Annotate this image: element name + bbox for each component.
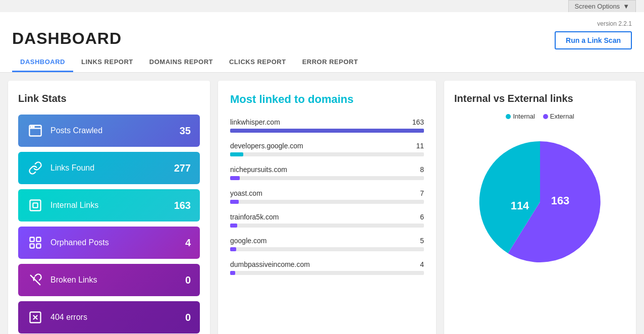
tab-clicks-report[interactable]: CLICKS REPORT xyxy=(221,54,294,72)
domain-name: trainfora5k.com xyxy=(230,213,279,221)
domain-bar-bg xyxy=(230,152,424,156)
stat-label-links-found: Links Found xyxy=(50,163,94,173)
stat-label-orphaned-posts: Orphaned Posts xyxy=(50,238,109,247)
stat-value-internal-links: 163 xyxy=(174,200,191,211)
domain-name: dumbpassiveincome.com xyxy=(230,260,310,268)
domain-name: google.com xyxy=(230,237,266,245)
svg-point-2 xyxy=(31,126,32,127)
stat-value-orphaned-posts: 4 xyxy=(185,237,191,249)
domain-row: yoast.com 7 xyxy=(230,189,424,204)
stat-label-404-errors: 404 errors xyxy=(50,313,87,322)
tab-dashboard[interactable]: DASHBOARD xyxy=(12,54,73,72)
tab-error-report[interactable]: ERROR REPORT xyxy=(294,54,366,72)
domain-row: dumbpassiveincome.com 4 xyxy=(230,260,424,275)
stat-card-posts-crawled[interactable]: Posts Crawled 35 xyxy=(18,115,200,147)
pie-chart-container: 114 163 xyxy=(454,126,626,277)
nav-tabs: DASHBOARD LINKS REPORT DOMAINS REPORT CL… xyxy=(12,54,632,72)
stat-label-posts-crawled: Posts Crawled xyxy=(50,126,102,135)
domain-bar-fill xyxy=(230,271,235,275)
pie-label-internal: 163 xyxy=(551,194,570,207)
domain-name: yoast.com xyxy=(230,189,262,197)
stat-value-links-found: 277 xyxy=(174,162,191,174)
domain-count: 7 xyxy=(420,189,424,197)
chevron-down-icon: ▼ xyxy=(623,3,629,10)
domain-count: 11 xyxy=(416,142,424,150)
version-line: version 2.2.1 xyxy=(12,20,632,29)
domain-bar-fill xyxy=(230,200,239,204)
domain-bar-bg xyxy=(230,271,424,275)
svg-rect-4 xyxy=(30,200,41,211)
link-stats-panel: Link Stats Posts Crawled 35 xyxy=(8,81,210,334)
legend-item-internal: Internal xyxy=(506,113,534,120)
stat-card-left-4: Orphaned Posts xyxy=(27,235,109,251)
domain-count: 8 xyxy=(420,165,424,174)
external-legend-label: External xyxy=(550,113,574,120)
external-legend-dot xyxy=(543,114,548,119)
stat-value-posts-crawled: 35 xyxy=(180,125,191,137)
stat-label-internal-links: Internal Links xyxy=(50,201,98,210)
domain-count: 5 xyxy=(420,237,424,245)
svg-line-10 xyxy=(31,275,40,285)
broken-link-icon xyxy=(27,272,43,288)
stat-card-404-errors[interactable]: 404 errors 0 xyxy=(18,301,200,333)
domain-bar-bg xyxy=(230,176,424,180)
grid-icon xyxy=(27,235,43,251)
stat-label-broken-links: Broken Links xyxy=(50,275,97,285)
svg-rect-5 xyxy=(33,203,37,207)
internal-legend-dot xyxy=(506,114,511,119)
domain-name: developers.google.com xyxy=(230,142,303,150)
top-bar: Screen Options ▼ xyxy=(0,0,644,12)
stat-value-broken-links: 0 xyxy=(185,274,191,286)
header-area: version 2.2.1 DASHBOARD Run a Link Scan … xyxy=(0,12,644,73)
domain-rows-container: linkwhisper.com 163 developers.google.co… xyxy=(230,118,424,275)
stat-card-left-6: 404 errors xyxy=(27,309,87,325)
stat-card-broken-links[interactable]: Broken Links 0 xyxy=(18,264,200,296)
pie-chart-svg: 114 163 xyxy=(464,126,616,277)
domains-title-highlight: domains xyxy=(308,93,353,105)
svg-point-3 xyxy=(33,126,34,127)
x-icon xyxy=(27,309,43,325)
domains-panel: Most linked to domains linkwhisper.com 1… xyxy=(218,81,436,334)
stat-card-orphaned-posts[interactable]: Orphaned Posts 4 xyxy=(18,227,200,259)
tab-domains-report[interactable]: DOMAINS REPORT xyxy=(141,54,221,72)
domain-row: google.com 5 xyxy=(230,237,424,251)
pie-label-external: 114 xyxy=(511,199,529,212)
svg-rect-9 xyxy=(36,244,40,248)
stat-card-internal-links[interactable]: Internal Links 163 xyxy=(18,189,200,221)
stat-card-left-3: Internal Links xyxy=(27,197,98,213)
screen-options-label: Screen Options xyxy=(575,3,620,10)
stat-card-links-found[interactable]: Links Found 277 xyxy=(18,152,200,184)
stat-card-left: Posts Crawled xyxy=(27,123,102,139)
legend-item-external: External xyxy=(543,113,574,120)
stat-card-left-5: Broken Links xyxy=(27,272,97,288)
run-link-scan-button[interactable]: Run a Link Scan xyxy=(555,31,632,49)
domain-row: linkwhisper.com 163 xyxy=(230,118,424,133)
screen-options-button[interactable]: Screen Options ▼ xyxy=(568,0,636,12)
pie-legend: Internal External xyxy=(454,113,626,120)
svg-rect-8 xyxy=(30,244,34,248)
page-title: DASHBOARD xyxy=(12,29,122,48)
pie-panel: Internal vs External links Internal Exte… xyxy=(444,81,636,334)
domain-row: nichepursuits.com 8 xyxy=(230,165,424,180)
domain-name: linkwhisper.com xyxy=(230,118,280,126)
domain-count: 6 xyxy=(420,213,424,221)
domains-title-plain: Most linked to xyxy=(230,93,308,105)
browser-icon xyxy=(27,123,43,139)
domain-bar-bg xyxy=(230,200,424,204)
domains-panel-title: Most linked to domains xyxy=(230,93,424,106)
domain-name: nichepursuits.com xyxy=(230,165,287,174)
domain-bar-bg xyxy=(230,129,424,133)
pie-panel-title: Internal vs External links xyxy=(454,93,626,104)
svg-rect-7 xyxy=(36,238,40,242)
svg-rect-6 xyxy=(30,238,34,242)
tab-links-report[interactable]: LINKS REPORT xyxy=(73,54,141,72)
stat-card-left-2: Links Found xyxy=(27,160,94,176)
domain-bar-fill xyxy=(230,176,240,180)
domain-bar-fill xyxy=(230,129,424,133)
stat-value-404-errors: 0 xyxy=(185,312,191,323)
domain-count: 163 xyxy=(412,118,424,126)
main-content: Link Stats Posts Crawled 35 xyxy=(0,73,644,334)
domain-bar-fill xyxy=(230,152,243,156)
square-icon xyxy=(27,197,43,213)
domain-bar-bg xyxy=(230,224,424,228)
